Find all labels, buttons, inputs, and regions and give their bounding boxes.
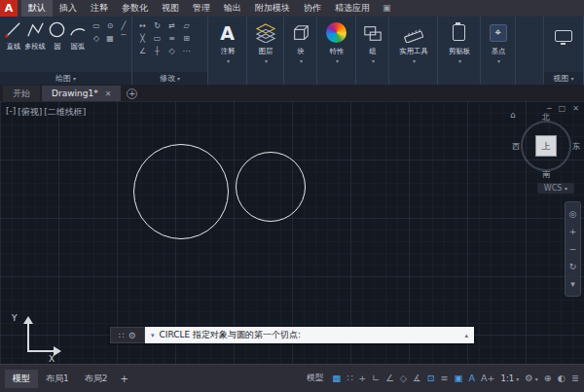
modify-tool-icon[interactable]: ┼ [151, 47, 164, 56]
draw-panel-label[interactable]: 绘图▾ [0, 72, 131, 85]
draw-tool-icon[interactable]: ▦ [104, 34, 116, 44]
modify-tool-icon[interactable]: ▱ [180, 21, 193, 31]
modify-tool-icon[interactable]: ◇ [165, 47, 178, 56]
utilities-button[interactable]: 实用工具 ▾ [389, 17, 437, 64]
draw-tool-icon[interactable]: ◇ [91, 34, 102, 44]
grid-icon[interactable]: ▦ [332, 373, 341, 384]
workspace-switching-button[interactable]: ⚙▾ [525, 373, 538, 384]
autocad-logo-icon[interactable]: A [0, 0, 18, 17]
lineweight-icon[interactable]: ≡ [441, 373, 449, 384]
layout2-tab[interactable]: 布局2 [77, 370, 116, 388]
drawing-tab[interactable]: Drawing1*✕ [42, 86, 121, 101]
modify-panel-label[interactable]: 修改▾ [132, 72, 207, 85]
draw-tool-icon[interactable]: ╱ [118, 21, 129, 31]
isometric-drafting-icon[interactable]: ◇ [400, 373, 407, 384]
menu-tab-addins[interactable]: 附加模块 [248, 0, 297, 17]
draw-tool-icon[interactable]: ⌒ [118, 34, 129, 44]
annotation-visibility-icon[interactable]: A [469, 373, 476, 384]
new-layout-icon[interactable]: + [115, 374, 132, 384]
wcs-dropdown[interactable]: WCS ▾ [537, 183, 574, 194]
modify-tool-icon[interactable]: ∠ [136, 47, 149, 56]
annotation-scale-button[interactable]: 1:1▾ [501, 374, 520, 383]
compass-north-label[interactable]: 北 [542, 112, 550, 123]
menu-tab-featured-apps[interactable]: 精选应用 [328, 0, 377, 17]
menu-tab-manage[interactable]: 管理 [186, 0, 217, 17]
recent-commands-icon[interactable]: ▾ [151, 332, 155, 339]
menu-tab-insert[interactable]: 插入 [53, 0, 84, 17]
viewcube-top-face[interactable]: 上 [535, 135, 557, 157]
block-button[interactable]: 块 ▾ [284, 17, 316, 64]
command-input[interactable]: ▾ CIRCLE 指定对象与圆的第一个切点: ▴ [145, 327, 474, 343]
restore-icon[interactable]: □ [559, 104, 566, 113]
model-space-toggle[interactable]: 模型 [304, 373, 326, 384]
new-drawing-icon[interactable]: + [127, 89, 137, 99]
group-button[interactable]: 组 ▾ [356, 17, 388, 64]
wrench-icon[interactable]: ⚙ [128, 331, 136, 340]
modify-tool-icon[interactable]: ▭ [151, 34, 164, 44]
menu-tab-parametric[interactable]: 参数化 [115, 0, 155, 17]
modify-tool-icon[interactable]: ↔ [136, 21, 149, 31]
modify-tool-icon[interactable]: ⋯ [180, 47, 193, 56]
line-icon [3, 19, 23, 40]
close-icon[interactable]: ✕ [572, 104, 579, 113]
draw-tool-icon[interactable]: ▭ [91, 21, 102, 31]
circle-entity[interactable] [236, 152, 306, 222]
start-tab[interactable]: 开始 [3, 86, 40, 101]
view-cube[interactable]: ⌂ 北 南 西 东 上 [514, 114, 578, 178]
clipboard-button[interactable]: 剪贴板 ▾ [438, 17, 480, 64]
menu-tab-collaborate[interactable]: 协作 [297, 0, 328, 17]
menu-tab-view[interactable]: 视图 [155, 0, 186, 17]
model-tab[interactable]: 模型 [5, 370, 38, 388]
layers-button[interactable]: 图层 ▾ [247, 17, 283, 64]
arc-tool-button[interactable]: 圆弧 [67, 19, 88, 52]
ortho-mode-icon[interactable]: ∟ [372, 373, 380, 384]
drawing-canvas[interactable]: [-] [俯视] [二维线框] ─ □ ✕ ⌂ 北 南 西 东 上 WCS ▾ … [0, 101, 584, 364]
zoom-icon[interactable]: − [569, 244, 577, 254]
navbar-more-icon[interactable]: ▾ [570, 279, 575, 289]
viewport-config-icon[interactable] [555, 23, 572, 48]
steering-wheel-icon[interactable]: ◎ [569, 209, 577, 219]
polar-tracking-icon[interactable]: ∠ [385, 373, 394, 384]
visual-style-button[interactable]: [二维线框] [44, 106, 86, 119]
menu-tab-annotate[interactable]: 注释 [84, 0, 115, 17]
circle-entity[interactable] [133, 144, 229, 239]
view-control-button[interactable]: [俯视] [18, 106, 42, 119]
modify-tool-icon[interactable]: ≡ [165, 34, 178, 44]
orbit-icon[interactable]: ↻ [569, 262, 577, 271]
customize-icon[interactable]: ≣ [571, 373, 579, 384]
command-line-grip[interactable]: ∷ ⚙ [110, 327, 145, 343]
viewport-menu-button[interactable]: [-] [6, 106, 16, 119]
object-snap-tracking-icon[interactable]: ∡ [413, 373, 421, 384]
modify-tool-icon[interactable]: ╳ [136, 34, 149, 44]
dynamic-input-icon[interactable]: + [358, 373, 366, 384]
menu-tab-home[interactable]: 默认 [21, 0, 53, 17]
basepoint-button[interactable]: ⌖ 基点 ▾ [481, 17, 515, 64]
expand-command-icon[interactable]: ▴ [464, 332, 468, 339]
modify-tool-icon[interactable]: ⇄ [165, 21, 178, 31]
snap-mode-icon[interactable]: ∷ [347, 373, 352, 384]
polyline-tool-button[interactable]: 多段线 [23, 19, 47, 52]
modify-tool-icon[interactable]: ↻ [151, 21, 164, 31]
layout1-tab[interactable]: 布局1 [38, 370, 77, 388]
compass-south-label[interactable]: 南 [542, 169, 550, 180]
compass-west-label[interactable]: 西 [512, 141, 520, 152]
annotation-monitor-icon[interactable]: ⊕ [544, 373, 552, 384]
modify-tool-icon[interactable]: ⊞ [180, 34, 193, 44]
selection-cycling-icon[interactable]: ▣ [455, 373, 463, 384]
draw-tool-icon[interactable]: ⊙ [104, 21, 116, 31]
properties-button[interactable]: 特性 ▾ [317, 17, 355, 64]
autoscale-icon[interactable]: A+ [481, 373, 494, 384]
home-icon[interactable]: ⌂ [510, 110, 516, 120]
menu-tab-output[interactable]: 输出 [217, 0, 248, 17]
view-panel-label[interactable]: 视图▾ [544, 72, 583, 85]
ribbon-toggle-icon[interactable]: ▣ [377, 0, 397, 17]
object-snap-icon[interactable]: ⊡ [427, 373, 435, 384]
close-tab-icon[interactable]: ✕ [105, 89, 112, 98]
pan-icon[interactable]: + [569, 227, 577, 236]
isolate-objects-icon[interactable]: ◐ [558, 373, 566, 384]
command-prompt-text: CIRCLE 指定对象与圆的第一个切点: [160, 329, 302, 341]
compass-east-label[interactable]: 东 [572, 141, 580, 152]
annotate-button[interactable]: A 注释 ▾ [208, 17, 246, 64]
line-tool-button[interactable]: 直线 [3, 19, 23, 52]
circle-tool-button[interactable]: 圆 [47, 19, 67, 52]
